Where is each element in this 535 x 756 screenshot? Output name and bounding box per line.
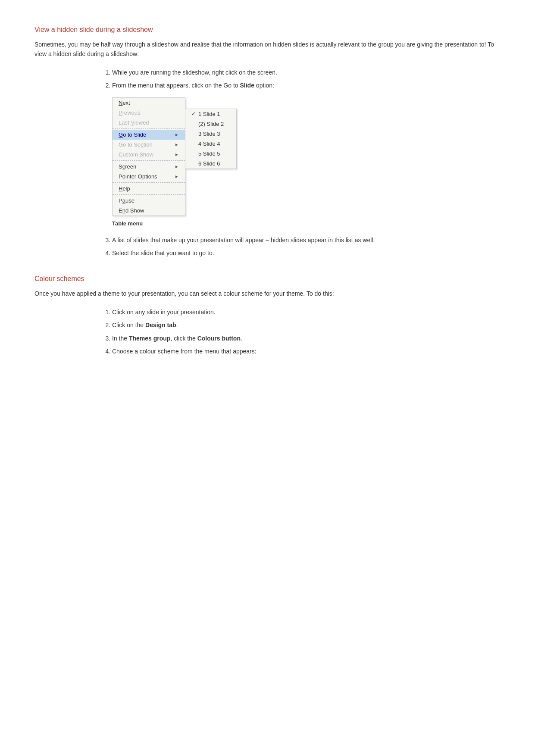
submenu-item-slide2[interactable]: ✓ (2) Slide 2: [185, 119, 236, 129]
menu-separator: [113, 194, 185, 195]
menu-item-pointer-options[interactable]: Pointer Options ►: [113, 172, 185, 181]
submenu-arrow-icon: ►: [175, 142, 179, 147]
menu-item-previous: Previous: [113, 108, 185, 118]
list-item: Choose a colour scheme from the menu tha…: [112, 347, 501, 356]
submenu-go-to-slide: ✓ 1 Slide 1 ✓ (2) Slide 2 ✓ 3 Slide 3 ✓ …: [185, 109, 237, 169]
list-item: In the Themes group, click the Colours b…: [112, 334, 501, 343]
menu-separator: [113, 160, 185, 161]
menu-container: Next Previous Last Viewed Go to Slide ► …: [112, 97, 501, 216]
menu-separator: [113, 128, 185, 129]
submenu-item-slide6[interactable]: ✓ 6 Slide 6: [185, 159, 236, 169]
menu-item-last-viewed: Last Viewed: [113, 118, 185, 128]
menu-item-next[interactable]: Next: [113, 98, 185, 108]
submenu-item-slide4[interactable]: ✓ 4 Slide 4: [185, 139, 236, 149]
menu-separator: [113, 182, 185, 183]
submenu-item-slide1[interactable]: ✓ 1 Slide 1: [185, 109, 236, 119]
list-item: From the menu that appears, click on the…: [112, 81, 501, 90]
checkmark-icon: ✓: [191, 111, 196, 117]
section1-steps-list-2: A list of slides that make up your prese…: [112, 235, 501, 258]
submenu-arrow-icon: ►: [175, 164, 179, 169]
menu-item-go-to-slide[interactable]: Go to Slide ►: [113, 130, 185, 140]
menu-item-pause[interactable]: Pause: [113, 196, 185, 206]
menu-item-screen[interactable]: Screen ►: [113, 162, 185, 172]
list-item: A list of slides that make up your prese…: [112, 235, 501, 245]
submenu-arrow-icon: ►: [175, 174, 179, 179]
list-item: While you are running the slideshow, rig…: [112, 68, 501, 77]
list-item: Click on any slide in your presentation.: [112, 307, 501, 317]
section2-intro: Once you have applied a theme to your pr…: [34, 289, 501, 298]
menu-item-custom-show: Custom Show ►: [113, 150, 185, 159]
section1-intro: Sometimes, you may be half way through a…: [34, 40, 501, 59]
section2-title: Colour schemes: [34, 275, 501, 283]
menu-item-help[interactable]: Help: [113, 184, 185, 194]
submenu-arrow-icon: ►: [175, 132, 179, 137]
list-item: Click on the Design tab.: [112, 320, 501, 330]
submenu-arrow-icon: ►: [175, 152, 179, 157]
submenu-item-slide5[interactable]: ✓ 5 Slide 5: [185, 149, 236, 159]
table-caption: Table menu: [112, 220, 501, 227]
menu-item-end-show[interactable]: End Show: [113, 206, 185, 216]
context-menu: Next Previous Last Viewed Go to Slide ► …: [112, 97, 185, 216]
section2-steps-list: Click on any slide in your presentation.…: [112, 307, 501, 356]
section1-title: View a hidden slide during a slideshow: [34, 26, 501, 34]
menu-item-go-to-section: Go to Section ►: [113, 140, 185, 150]
submenu-item-slide3[interactable]: ✓ 3 Slide 3: [185, 129, 236, 139]
section1-steps-list: While you are running the slideshow, rig…: [112, 68, 501, 91]
list-item: Select the slide that you want to go to.: [112, 248, 501, 258]
